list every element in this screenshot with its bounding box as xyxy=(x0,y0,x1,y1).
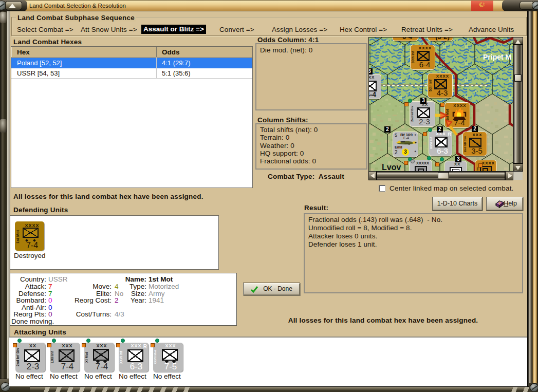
svg-text:?: ? xyxy=(498,201,501,206)
svg-text:Lvov: Lvov xyxy=(382,163,401,171)
svg-text:Pripet M: Pripet M xyxy=(483,53,511,61)
